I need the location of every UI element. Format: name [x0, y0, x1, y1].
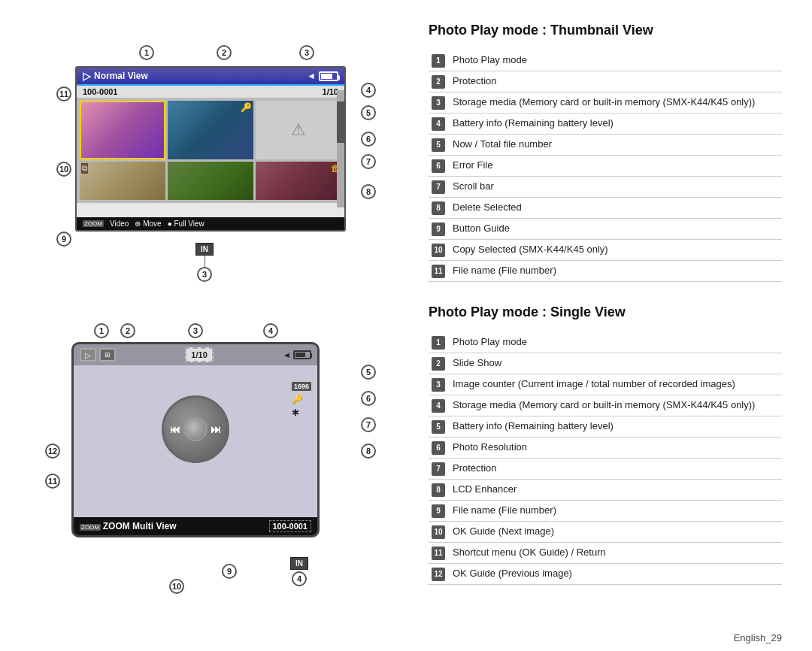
scroll-bar[interactable]	[337, 90, 344, 207]
callout-6: 6	[361, 132, 376, 147]
page-footer: English_29	[734, 632, 782, 643]
scroll-thumb[interactable]	[337, 101, 344, 143]
callout-10: 10	[56, 162, 71, 177]
row-text: Shortcut menu (OK Guide) / Return	[450, 543, 782, 564]
move-label: ⊕ Move	[135, 220, 161, 228]
battery-tip-single	[311, 353, 312, 358]
screen-footer: ZOOM Video ⊕ Move ● Full View	[77, 217, 344, 230]
row-text: Slide Show	[450, 353, 782, 374]
callout-3: 3	[299, 45, 314, 60]
normal-view-text: Normal View	[94, 71, 148, 81]
info-row: 6 Photo Resolution	[429, 438, 782, 459]
info-row: 3 Storage media (Memory card or built-in…	[429, 92, 782, 114]
ok-button[interactable]	[183, 417, 208, 441]
protection-icon-thumb: 🔑	[241, 102, 252, 113]
in-badge-single: IN	[290, 557, 308, 570]
multi-view-text: ZOOM Multi View	[103, 521, 177, 531]
row-text: Photo Play mode	[450, 332, 782, 353]
info-row: 8 LCD Enhancer	[429, 480, 782, 501]
thumb-6: 🗑	[256, 162, 341, 201]
row-text: Storage media (Memory card or built-in m…	[450, 395, 782, 416]
info-row: 7 Scroll bar	[429, 177, 782, 198]
sv-callout-8: 8	[361, 444, 376, 459]
mode-icons: ▷ ⊞	[80, 348, 116, 362]
battery-fill	[321, 74, 332, 79]
row-num: 10	[429, 240, 450, 261]
row-text: Error File	[450, 156, 782, 177]
row-text: OK Guide (Previous image)	[450, 564, 782, 585]
row-num: 9	[429, 501, 450, 522]
callout-3b: 3	[197, 267, 212, 282]
side-info: 1696 🔑 ✱	[292, 382, 311, 418]
nav-circle[interactable]: ⏮ ⏭	[162, 395, 229, 463]
info-row: 1 Photo Play mode	[429, 50, 782, 71]
callout-2: 2	[217, 45, 232, 60]
sv-callout-6: 6	[361, 391, 376, 406]
thumb-title: Photo Play mode : Thumbnail View	[429, 23, 782, 41]
row-text: Protection	[450, 459, 782, 480]
info-row: 4 Storage media (Memory card or built-in…	[429, 395, 782, 416]
thumb-5	[168, 162, 253, 201]
single-footer: ZOOM ZOOM Multi View 100-0001	[74, 517, 317, 535]
file-name: 100-0001	[83, 87, 118, 96]
row-num: 11	[429, 261, 450, 282]
thumbnail-device-container: 1 2 3 ▷ Normal View ◄	[30, 45, 376, 278]
thumb-info-table: 1 Photo Play mode 2 Protection 3 Storage…	[429, 50, 782, 282]
row-text: Photo Resolution	[450, 438, 782, 459]
single-counter: 1/10	[185, 347, 213, 362]
single-device-container: 1 2 3 4 ▷ ⊞ 1/10	[30, 323, 376, 571]
sv-callout-9: 9	[222, 564, 237, 579]
info-row: 9 Button Guide	[429, 219, 782, 240]
thumb-info-section: Photo Play mode : Thumbnail View 1 Photo…	[429, 23, 782, 282]
row-num: 8	[429, 198, 450, 219]
row-num: 4	[429, 395, 450, 416]
row-num: 6	[429, 438, 450, 459]
row-num: 1	[429, 50, 450, 71]
protection-key: 🔑	[292, 394, 311, 404]
thumb-1	[80, 101, 165, 159]
single-screen: ▷ ⊞ 1/10 ◄	[71, 342, 320, 537]
info-row: 6 Error File	[429, 156, 782, 177]
header-right: ◄	[307, 71, 338, 81]
row-num: 8	[429, 480, 450, 501]
row-text: Now / Total file number	[450, 135, 782, 156]
page: 1 2 3 ▷ Normal View ◄	[0, 0, 812, 651]
screen-header: ▷ Normal View ◄	[77, 68, 344, 86]
row-num: 3	[429, 374, 450, 395]
in-badge-single-container: IN 4	[290, 557, 308, 586]
row-num: 5	[429, 416, 450, 438]
info-row: 7 Protection	[429, 459, 782, 480]
left-arrow-single: ◄	[283, 350, 291, 359]
row-text: OK Guide (Next image)	[450, 522, 782, 543]
thumbnail-screen: ▷ Normal View ◄ 100-0001	[75, 66, 346, 232]
zoom-label-single: ZOOM	[80, 524, 101, 531]
callout-11: 11	[56, 86, 71, 101]
normal-view-label: ▷ Normal View	[83, 70, 148, 82]
info-row: 12 OK Guide (Previous image)	[429, 564, 782, 585]
left-panel: 1 2 3 ▷ Normal View ◄	[30, 23, 398, 628]
sv-callout-4b: 4	[292, 571, 307, 586]
prev-icon: ⏮	[170, 423, 180, 435]
callout-1: 1	[139, 45, 154, 60]
row-num: 9	[429, 219, 450, 240]
sv-callout-1: 1	[94, 323, 109, 338]
multi-view-label: ZOOM ZOOM Multi View	[80, 521, 177, 531]
row-text: Scroll bar	[450, 177, 782, 198]
row-text: Image counter (Current image / total num…	[450, 374, 782, 395]
nav-center: ⏮ ⏭	[74, 373, 317, 486]
info-row: 5 Battery info (Remaining battery level)	[429, 416, 782, 438]
row-num: 7	[429, 177, 450, 198]
row-num: 4	[429, 114, 450, 135]
sv-callout-5: 5	[361, 365, 376, 380]
single-info-section: Photo Play mode : Single View 1 Photo Pl…	[429, 304, 782, 585]
callout-8: 8	[361, 184, 376, 199]
row-text: Battery info (Remaining battery level)	[450, 114, 782, 135]
sv-callout-11: 11	[45, 474, 60, 489]
row-num: 12	[429, 564, 450, 585]
info-row: 11 Shortcut menu (OK Guide) / Return	[429, 543, 782, 564]
in-badge-container: IN 3	[195, 243, 214, 282]
in-line	[205, 256, 205, 267]
sv-callout-10: 10	[169, 579, 184, 594]
thumb-error: ⚠	[256, 101, 341, 159]
row-num: 2	[429, 353, 450, 374]
